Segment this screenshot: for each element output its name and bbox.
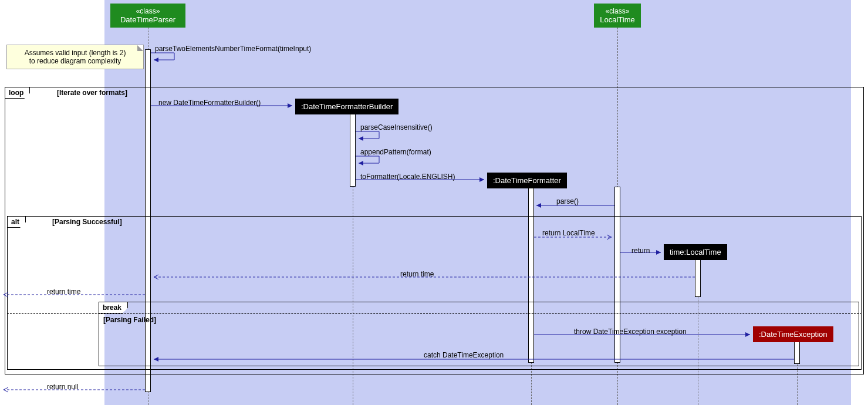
frame-tab: alt (8, 217, 26, 228)
frame-tab: loop (5, 87, 30, 99)
msg-return-time-1: return time (400, 270, 434, 278)
participant-builder: :DateTimeFormatterBuilder (295, 99, 398, 114)
participant-formatter: :DateTimeFormatter (487, 173, 567, 188)
participant-name: LocalTime (600, 15, 635, 24)
msg-to-formatter: toFormatter(Locale.ENGLISH) (360, 173, 455, 181)
frame-condition: [Parsing Successful] (52, 218, 122, 226)
msg-return-localtime: return LocalTime (542, 229, 595, 237)
note-line: to reduce diagram complexity (12, 57, 139, 65)
msg-return-time-2: return time (47, 288, 80, 296)
msg-throw-exception: throw DateTimeException exception (574, 328, 687, 336)
msg-parse-case-insensitive: parseCaseInsensitive() (360, 123, 433, 131)
frame-condition: [Iterate over formats] (57, 89, 127, 97)
stereotype: «class» (116, 7, 180, 15)
msg-append-pattern: appendPattern(format) (360, 148, 431, 156)
msg-return: return (631, 247, 650, 255)
participant-name: DateTimeParser (116, 15, 180, 24)
alt-else-label: [Parsing Failed] (103, 316, 156, 324)
msg-return-null: return null (47, 383, 78, 391)
alt-divider (7, 313, 862, 314)
note-line: Assumes valid input (length is 2) (12, 49, 139, 57)
participant-localtime-class: «class» LocalTime (594, 4, 641, 28)
msg-parse-two-elements: parseTwoElementsNumberTimeFormat(timeInp… (155, 45, 311, 53)
stereotype: «class» (600, 7, 635, 15)
participant-datetimeparser: «class» DateTimeParser (110, 4, 185, 28)
msg-new-builder: new DateTimeFormatterBuilder() (158, 99, 261, 107)
participant-time-instance: time:LocalTime (664, 244, 727, 260)
participant-exception: :DateTimeException (753, 326, 833, 342)
note-assumption: Assumes valid input (length is 2) to red… (6, 45, 144, 69)
msg-catch-exception: catch DateTimeException (424, 351, 504, 359)
frame-tab: break (99, 302, 128, 313)
msg-parse: parse() (556, 197, 579, 205)
